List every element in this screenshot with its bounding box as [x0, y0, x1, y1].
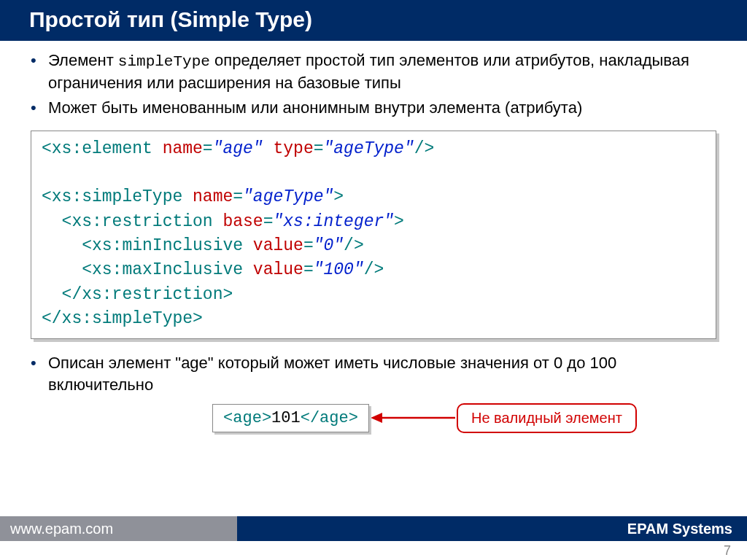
code-tag: <xs:simpleType: [42, 187, 182, 206]
code-attr: type: [263, 139, 314, 158]
code-tag: />: [344, 236, 364, 255]
callout-text: Не валидный элемент: [471, 410, 622, 426]
code-tag: />: [364, 260, 384, 279]
code-eq: =: [263, 212, 274, 231]
code-tag: <age>: [223, 409, 271, 427]
code-value: "0": [314, 236, 344, 255]
code-tag: />: [414, 139, 435, 158]
bullet-text: Может быть именованным или анонимным вну…: [48, 98, 582, 117]
code-tag: >: [394, 212, 404, 231]
footer-url: www.epam.com: [0, 516, 237, 541]
code-tag: <xs:minInclusive: [42, 236, 243, 255]
bullet-item: Может быть именованным или анонимным вну…: [48, 97, 725, 119]
bullet-item: Описан элемент "age" который может иметь…: [48, 352, 725, 395]
footer-bar: www.epam.com EPAM Systems: [0, 516, 747, 541]
arrow-left-icon: [369, 405, 457, 431]
code-text: 101: [271, 409, 301, 427]
code-value: "ageType": [243, 187, 333, 206]
code-attr: value: [243, 260, 303, 279]
code-attr: name: [152, 139, 203, 158]
code-eq: =: [233, 187, 243, 206]
code-eq: =: [303, 236, 314, 255]
page-number: 7: [724, 543, 731, 559]
slide-content: Элемент simpleType определяет простой ти…: [0, 41, 747, 433]
example-row: <age>101</age> Не валидный элемент: [22, 403, 725, 433]
bullet-text: Элемент: [48, 51, 118, 69]
code-attr: value: [243, 236, 303, 255]
bullet-item: Элемент simpleType определяет простой ти…: [48, 50, 725, 94]
code-content: <xs:element name="age" type="ageType"/> …: [31, 131, 716, 340]
code-tag: </xs:restriction>: [42, 285, 233, 304]
code-value: "age": [213, 139, 263, 158]
inline-code: simpleType: [118, 53, 210, 70]
code-tag: <xs:element: [42, 139, 152, 158]
code-block: <xs:element name="age" type="ageType"/> …: [31, 131, 716, 340]
svg-marker-1: [371, 413, 382, 423]
code-attr: base: [213, 212, 263, 231]
code-value: "100": [314, 260, 364, 279]
callout-box: Не валидный элемент: [457, 403, 637, 433]
code-eq: =: [314, 139, 324, 158]
bullets-top: Элемент simpleType определяет простой ти…: [22, 50, 725, 119]
code-eq: =: [203, 139, 213, 158]
code-tag: </xs:simpleType>: [42, 309, 203, 328]
code-value: "ageType": [324, 139, 414, 158]
code-tag: <xs:maxInclusive: [42, 260, 243, 279]
example-code: <age>101</age>: [212, 404, 369, 432]
footer-company: EPAM Systems: [237, 516, 747, 541]
invalid-example: <age>101</age>: [212, 404, 369, 432]
code-tag: </age>: [301, 409, 358, 427]
code-eq: =: [303, 260, 314, 279]
code-tag: >: [333, 187, 344, 206]
code-value: "xs:integer": [273, 212, 394, 231]
slide-title: Простой тип (Simple Type): [0, 0, 747, 41]
bullets-bottom: Описан элемент "age" который может иметь…: [22, 352, 725, 395]
bullet-text: Описан элемент "age" который может иметь…: [48, 354, 616, 394]
code-tag: <xs:restriction: [42, 212, 213, 231]
code-attr: name: [182, 187, 233, 206]
